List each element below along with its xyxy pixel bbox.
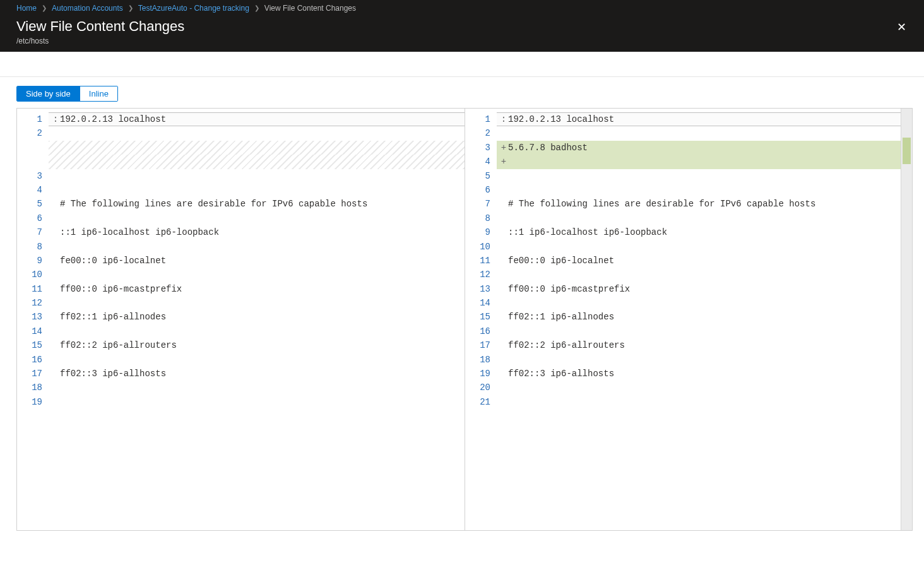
- diff-right-pane: 123456789101112131415161718192021 :192.0…: [465, 109, 912, 530]
- left-line-number: 7: [20, 225, 42, 239]
- right-code-row: ff00::0 ip6-mcastprefix: [497, 282, 901, 296]
- left-line-number: 11: [20, 282, 42, 296]
- left-line-number: 2: [20, 126, 42, 140]
- left-code-row: [49, 169, 465, 183]
- right-code-row: ::1 ip6-localhost ip6-loopback: [497, 225, 901, 239]
- left-line-number: 10: [20, 268, 42, 282]
- left-code-row: [49, 126, 465, 140]
- left-code-row: ff02::2 ip6-allrouters: [49, 338, 465, 352]
- left-line-number: 18: [20, 381, 42, 394]
- right-code-row: [497, 240, 901, 254]
- left-code-row: [49, 324, 465, 338]
- toolbar-spacer: [0, 52, 924, 77]
- right-code-text: # The following lines are desirable for …: [508, 197, 815, 211]
- right-code-row: ff02::3 ip6-allhosts: [497, 367, 901, 381]
- left-code-text: # The following lines are desirable for …: [60, 197, 367, 211]
- right-line-number: 7: [468, 197, 490, 211]
- right-line-number: 19: [468, 367, 490, 381]
- left-line-number: 12: [20, 296, 42, 310]
- diff-view-toggle: Side by side Inline: [16, 86, 118, 102]
- left-line-number: 16: [20, 353, 42, 367]
- right-code-row: [497, 324, 901, 338]
- right-line-number: 21: [468, 395, 490, 409]
- left-line-number: [20, 155, 42, 169]
- right-code-row: [497, 395, 901, 409]
- right-code-row: [497, 353, 901, 367]
- right-line-number: 5: [468, 169, 490, 183]
- right-code-text: fe00::0 ip6-localnet: [508, 254, 614, 268]
- chevron-right-icon: ❯: [42, 3, 47, 14]
- right-line-number: 20: [468, 381, 490, 394]
- chevron-right-icon: ❯: [254, 3, 259, 14]
- left-code-row: [49, 268, 465, 282]
- left-code-text: ::1 ip6-localhost ip6-loopback: [60, 225, 219, 239]
- right-code-text: ff00::0 ip6-mcastprefix: [508, 282, 630, 296]
- breadcrumb-home[interactable]: Home: [16, 3, 37, 14]
- right-code-row: [497, 183, 901, 197]
- right-line-number: 1: [468, 112, 490, 126]
- right-code-row: [497, 169, 901, 183]
- page-title: View File Content Changes: [16, 18, 184, 35]
- right-code-row: +: [497, 155, 901, 169]
- breadcrumb-change-tracking[interactable]: TestAzureAuto - Change tracking: [138, 3, 249, 14]
- left-line-number: 19: [20, 395, 42, 409]
- close-icon: ✕: [897, 21, 906, 33]
- diff-scrollbar[interactable]: [901, 109, 912, 530]
- right-code[interactable]: :192.0.2.13 localhost+5.6.7.8 badhost+# …: [497, 109, 901, 530]
- left-code-row: [49, 155, 465, 169]
- diff-left-pane: 12345678910111213141516171819 :192.0.2.1…: [17, 109, 465, 530]
- left-code-text: ff02::2 ip6-allrouters: [60, 338, 177, 352]
- breadcrumb-automation-accounts[interactable]: Automation Accounts: [52, 3, 123, 14]
- right-line-number: 8: [468, 211, 490, 225]
- tab-side-by-side[interactable]: Side by side: [17, 86, 80, 101]
- left-line-number: 8: [20, 240, 42, 254]
- left-code-row: fe00::0 ip6-localnet: [49, 254, 465, 268]
- left-code-text: ff02::1 ip6-allnodes: [60, 310, 166, 324]
- left-code-row: [49, 395, 465, 409]
- left-code-row: [49, 183, 465, 197]
- diff-marker: +: [500, 155, 507, 169]
- right-line-number: 18: [468, 353, 490, 367]
- right-code-row: fe00::0 ip6-localnet: [497, 254, 901, 268]
- tab-inline[interactable]: Inline: [80, 86, 117, 101]
- right-line-number: 17: [468, 338, 490, 352]
- breadcrumb: Home ❯ Automation Accounts ❯ TestAzureAu…: [0, 0, 924, 16]
- right-code-row: [497, 268, 901, 282]
- right-code-row: :192.0.2.13 localhost: [497, 112, 901, 126]
- left-code-row: ff02::3 ip6-allhosts: [49, 367, 465, 381]
- right-code-row: ff02::2 ip6-allrouters: [497, 338, 901, 352]
- right-code-row: [497, 296, 901, 310]
- left-line-number: 3: [20, 169, 42, 183]
- right-line-number: 6: [468, 183, 490, 197]
- left-line-number: [20, 141, 42, 155]
- right-line-number: 9: [468, 225, 490, 239]
- right-code-text: 5.6.7.8 badhost: [508, 141, 588, 155]
- right-code-row: +5.6.7.8 badhost: [497, 141, 901, 155]
- chevron-right-icon: ❯: [128, 3, 133, 14]
- right-line-number: 12: [468, 268, 490, 282]
- diff-viewer: 12345678910111213141516171819 :192.0.2.1…: [16, 108, 913, 531]
- left-line-number: 9: [20, 254, 42, 268]
- right-line-number: 16: [468, 324, 490, 338]
- right-code-row: [497, 211, 901, 225]
- left-code-row: :192.0.2.13 localhost: [49, 112, 465, 126]
- left-code-row: [49, 141, 465, 155]
- right-line-number: 14: [468, 296, 490, 310]
- diff-marker: :: [500, 112, 507, 126]
- close-button[interactable]: ✕: [892, 16, 911, 38]
- right-line-gutter: 123456789101112131415161718192021: [465, 109, 497, 530]
- left-line-number: 6: [20, 211, 42, 225]
- left-line-number: 1: [20, 112, 42, 126]
- right-code-row: ff02::1 ip6-allnodes: [497, 310, 901, 324]
- content: Side by side Inline 12345678910111213141…: [0, 52, 924, 531]
- right-code-text: ff02::1 ip6-allnodes: [508, 310, 614, 324]
- left-code-text: 192.0.2.13 localhost: [60, 112, 166, 126]
- titlebar: View File Content Changes /etc/hosts ✕: [0, 16, 924, 52]
- left-code[interactable]: :192.0.2.13 localhost# The following lin…: [49, 109, 465, 530]
- left-line-number: 4: [20, 183, 42, 197]
- left-code-row: ff02::1 ip6-allnodes: [49, 310, 465, 324]
- right-line-number: 3: [468, 141, 490, 155]
- right-code-text: ff02::3 ip6-allhosts: [508, 367, 614, 381]
- left-code-row: [49, 381, 465, 394]
- left-code-row: ::1 ip6-localhost ip6-loopback: [49, 225, 465, 239]
